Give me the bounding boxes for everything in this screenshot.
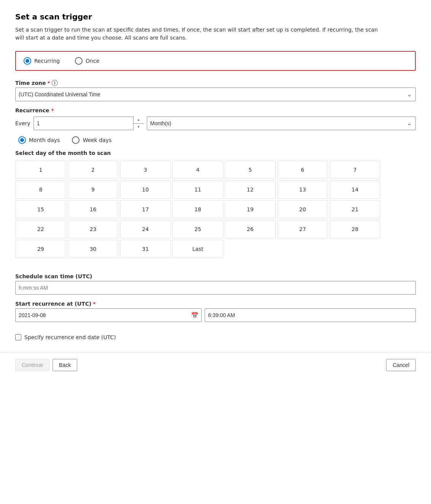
calendar-day[interactable]: 11 [172,180,223,199]
calendar-day[interactable]: 22 [15,220,66,238]
date-input-wrapper: 📅 [15,308,202,322]
recurrence-group: Recurrence * Every ▲ ▼ Month(s) Week(s) … [15,107,416,267]
once-label: Once [86,58,99,64]
calendar-day[interactable]: 16 [68,200,119,219]
footer: Continue Back Cancel [15,353,416,377]
calendar-grid: 1234567891011121314151617181920212223242… [15,161,380,258]
calendar-day[interactable]: 24 [120,220,171,238]
week-days-option[interactable]: Week days [72,136,111,144]
timezone-info-icon[interactable]: i [52,80,58,86]
spinner-down[interactable]: ▼ [134,124,144,131]
calendar-day[interactable]: 18 [172,200,223,219]
calendar-day[interactable]: 21 [329,200,380,219]
end-date-label: Specify recurrence end date (UTC) [24,334,116,340]
back-button[interactable]: Back [52,359,77,371]
trigger-type-group: Recurring Once [15,51,416,71]
recurrence-required: * [51,107,54,113]
timezone-group: Time zone * i (UTC) Coordinated Universa… [15,80,416,101]
calendar-day[interactable]: 29 [15,240,66,258]
calendar-day[interactable]: 17 [120,200,171,219]
date-input[interactable] [15,308,202,322]
calendar-day[interactable]: Last [172,240,223,258]
page-description: Set a scan trigger to run the scan at sp… [15,26,380,42]
schedule-time-group: Schedule scan time (UTC) [15,273,416,295]
end-date-checkbox[interactable] [15,334,21,340]
calendar-day[interactable]: 1 [15,161,66,179]
calendar-day[interactable]: 6 [277,161,328,179]
timezone-label: Time zone * i [15,80,416,86]
cancel-button[interactable]: Cancel [386,359,416,371]
calendar-day[interactable]: 10 [120,180,171,199]
start-time-input[interactable] [205,308,416,322]
recurring-label: Recurring [34,58,60,64]
calendar-day[interactable]: 31 [120,240,171,258]
calendar-day[interactable]: 30 [68,240,119,258]
calendar-day[interactable]: 25 [172,220,223,238]
calendar-day[interactable]: 7 [329,161,380,179]
month-days-label: Month days [29,137,60,143]
every-number-input[interactable] [33,116,144,130]
calendar-heading: Select day of the month to scan [15,150,416,156]
month-days-radio[interactable] [18,136,26,144]
timezone-required: * [48,80,50,86]
calendar-day[interactable]: 15 [15,200,66,219]
every-number-wrapper: ▲ ▼ [33,116,144,130]
calendar-day[interactable]: 12 [225,180,276,199]
recurring-option[interactable]: Recurring [24,57,60,65]
calendar-day[interactable]: 8 [15,180,66,199]
calendar-day[interactable]: 19 [225,200,276,219]
schedule-time-input[interactable] [15,281,416,295]
start-recurrence-label: Start recurrence at (UTC) * [15,301,416,307]
calendar-day[interactable]: 9 [68,180,119,199]
every-label: Every [15,120,30,126]
calendar-day[interactable]: 23 [68,220,119,238]
period-select[interactable]: Month(s) Week(s) Day(s) [147,116,416,130]
calendar-icon[interactable]: 📅 [191,312,199,319]
end-date-row: Specify recurrence end date (UTC) [15,334,416,340]
calendar-day[interactable]: 26 [225,220,276,238]
page-title: Set a scan trigger [15,12,416,21]
continue-button[interactable]: Continue [15,359,49,371]
page-container: Set a scan trigger Set a scan trigger to… [0,0,431,504]
calendar-day[interactable]: 14 [329,180,380,199]
recurrence-row: Every ▲ ▼ Month(s) Week(s) Day(s) [15,116,416,130]
start-recurrence-group: Start recurrence at (UTC) * 📅 [15,301,416,322]
month-days-option[interactable]: Month days [18,136,60,144]
recurrence-label: Recurrence * [15,107,416,113]
timezone-select[interactable]: (UTC) Coordinated Universal Time [15,88,416,101]
start-recurrence-required: * [93,301,95,307]
calendar-day[interactable]: 3 [120,161,171,179]
calendar-day[interactable]: 20 [277,200,328,219]
recurring-radio[interactable] [24,57,31,65]
once-option[interactable]: Once [75,57,99,65]
once-radio[interactable] [75,57,83,65]
date-time-row: 📅 [15,308,416,322]
timezone-select-wrapper: (UTC) Coordinated Universal Time [15,88,416,101]
day-type-row: Month days Week days [15,136,416,144]
period-select-wrapper: Month(s) Week(s) Day(s) [147,116,416,130]
week-days-label: Week days [83,137,111,143]
schedule-time-label: Schedule scan time (UTC) [15,273,416,279]
week-days-radio[interactable] [72,136,80,144]
calendar-day[interactable]: 28 [329,220,380,238]
calendar-day[interactable]: 5 [225,161,276,179]
calendar-day[interactable]: 27 [277,220,328,238]
calendar-day[interactable]: 13 [277,180,328,199]
spinner-buttons: ▲ ▼ [133,116,144,130]
calendar-day[interactable]: 4 [172,161,223,179]
spinner-up[interactable]: ▲ [134,116,144,124]
calendar-day[interactable]: 2 [68,161,119,179]
